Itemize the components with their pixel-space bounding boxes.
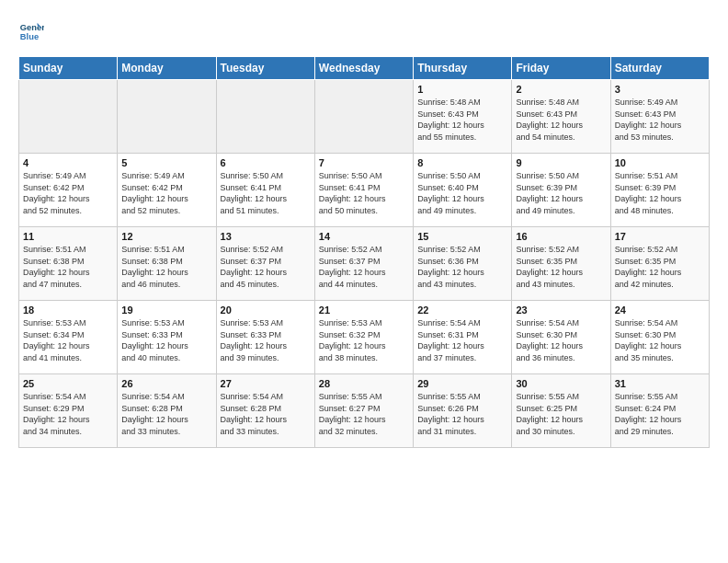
day-number: 9	[516, 157, 606, 168]
day-number: 11	[23, 231, 113, 242]
calendar-cell	[19, 80, 118, 154]
day-detail: Sunrise: 5:54 AM Sunset: 6:30 PM Dayligh…	[516, 317, 606, 363]
day-number: 25	[23, 378, 113, 389]
calendar-cell: 15Sunrise: 5:52 AM Sunset: 6:36 PM Dayli…	[414, 227, 512, 301]
day-detail: Sunrise: 5:53 AM Sunset: 6:32 PM Dayligh…	[319, 317, 409, 363]
day-number: 18	[23, 304, 113, 316]
weekday-header-sunday: Sunday	[19, 57, 118, 80]
day-number: 3	[615, 84, 705, 95]
day-detail: Sunrise: 5:49 AM Sunset: 6:42 PM Dayligh…	[23, 170, 113, 216]
day-number: 19	[121, 304, 211, 316]
day-number: 30	[516, 378, 606, 389]
calendar-cell: 4Sunrise: 5:49 AM Sunset: 6:42 PM Daylig…	[19, 154, 118, 227]
day-number: 20	[221, 304, 311, 316]
day-number: 7	[319, 157, 409, 168]
day-number: 31	[615, 378, 705, 389]
day-detail: Sunrise: 5:55 AM Sunset: 6:25 PM Dayligh…	[516, 391, 606, 437]
calendar-cell: 8Sunrise: 5:50 AM Sunset: 6:40 PM Daylig…	[414, 154, 512, 227]
calendar-cell: 27Sunrise: 5:54 AM Sunset: 6:28 PM Dayli…	[216, 374, 314, 448]
day-detail: Sunrise: 5:50 AM Sunset: 6:41 PM Dayligh…	[319, 170, 409, 216]
day-detail: Sunrise: 5:50 AM Sunset: 6:41 PM Dayligh…	[221, 170, 311, 216]
day-number: 4	[23, 157, 113, 168]
weekday-header-saturday: Saturday	[610, 57, 709, 80]
weekday-header-row: SundayMondayTuesdayWednesdayThursdayFrid…	[19, 57, 710, 80]
weekday-header-tuesday: Tuesday	[216, 57, 314, 80]
calendar-cell: 3Sunrise: 5:49 AM Sunset: 6:43 PM Daylig…	[610, 80, 709, 154]
day-detail: Sunrise: 5:55 AM Sunset: 6:24 PM Dayligh…	[615, 391, 705, 437]
calendar-week-row: 4Sunrise: 5:49 AM Sunset: 6:42 PM Daylig…	[19, 154, 710, 227]
day-number: 26	[121, 378, 211, 389]
calendar-cell: 30Sunrise: 5:55 AM Sunset: 6:25 PM Dayli…	[512, 374, 610, 448]
calendar-cell: 10Sunrise: 5:51 AM Sunset: 6:39 PM Dayli…	[610, 154, 709, 227]
calendar-cell: 12Sunrise: 5:51 AM Sunset: 6:38 PM Dayli…	[118, 227, 216, 301]
svg-text:General: General	[20, 23, 44, 32]
day-detail: Sunrise: 5:52 AM Sunset: 6:35 PM Dayligh…	[615, 244, 705, 290]
day-detail: Sunrise: 5:51 AM Sunset: 6:38 PM Dayligh…	[23, 244, 113, 290]
calendar-cell: 25Sunrise: 5:54 AM Sunset: 6:29 PM Dayli…	[19, 374, 118, 448]
day-number: 29	[417, 378, 507, 389]
calendar-cell: 21Sunrise: 5:53 AM Sunset: 6:32 PM Dayli…	[314, 301, 413, 374]
calendar-cell: 16Sunrise: 5:52 AM Sunset: 6:35 PM Dayli…	[512, 227, 610, 301]
calendar-cell: 29Sunrise: 5:55 AM Sunset: 6:26 PM Dayli…	[414, 374, 512, 448]
calendar-cell: 19Sunrise: 5:53 AM Sunset: 6:33 PM Dayli…	[118, 301, 216, 374]
day-number: 5	[121, 157, 211, 168]
day-number: 6	[221, 157, 311, 168]
day-detail: Sunrise: 5:55 AM Sunset: 6:26 PM Dayligh…	[417, 391, 507, 437]
day-detail: Sunrise: 5:52 AM Sunset: 6:36 PM Dayligh…	[417, 244, 507, 290]
day-detail: Sunrise: 5:53 AM Sunset: 6:33 PM Dayligh…	[221, 317, 311, 363]
day-number: 22	[417, 304, 507, 316]
calendar-cell: 17Sunrise: 5:52 AM Sunset: 6:35 PM Dayli…	[610, 227, 709, 301]
day-detail: Sunrise: 5:48 AM Sunset: 6:43 PM Dayligh…	[516, 97, 606, 143]
calendar-cell: 18Sunrise: 5:53 AM Sunset: 6:34 PM Dayli…	[19, 301, 118, 374]
calendar-week-row: 1Sunrise: 5:48 AM Sunset: 6:43 PM Daylig…	[19, 80, 710, 154]
day-number: 2	[516, 84, 606, 95]
day-number: 8	[417, 157, 507, 168]
calendar-cell: 6Sunrise: 5:50 AM Sunset: 6:41 PM Daylig…	[216, 154, 314, 227]
day-detail: Sunrise: 5:54 AM Sunset: 6:31 PM Dayligh…	[417, 317, 507, 363]
page-header: General Blue	[18, 18, 710, 49]
logo: General Blue	[18, 18, 49, 44]
calendar-week-row: 11Sunrise: 5:51 AM Sunset: 6:38 PM Dayli…	[19, 227, 710, 301]
day-number: 17	[615, 231, 705, 242]
calendar-cell: 1Sunrise: 5:48 AM Sunset: 6:43 PM Daylig…	[414, 80, 512, 154]
day-detail: Sunrise: 5:54 AM Sunset: 6:29 PM Dayligh…	[23, 391, 113, 437]
calendar-cell: 14Sunrise: 5:52 AM Sunset: 6:37 PM Dayli…	[314, 227, 413, 301]
calendar-cell: 9Sunrise: 5:50 AM Sunset: 6:39 PM Daylig…	[512, 154, 610, 227]
calendar-cell: 24Sunrise: 5:54 AM Sunset: 6:30 PM Dayli…	[610, 301, 709, 374]
day-number: 23	[516, 304, 606, 316]
calendar-cell	[118, 80, 216, 154]
day-number: 21	[319, 304, 409, 316]
calendar-cell: 31Sunrise: 5:55 AM Sunset: 6:24 PM Dayli…	[610, 374, 709, 448]
calendar-cell: 13Sunrise: 5:52 AM Sunset: 6:37 PM Dayli…	[216, 227, 314, 301]
day-detail: Sunrise: 5:53 AM Sunset: 6:33 PM Dayligh…	[121, 317, 211, 363]
day-number: 28	[319, 378, 409, 389]
calendar-week-row: 25Sunrise: 5:54 AM Sunset: 6:29 PM Dayli…	[19, 374, 710, 448]
calendar-cell: 20Sunrise: 5:53 AM Sunset: 6:33 PM Dayli…	[216, 301, 314, 374]
day-detail: Sunrise: 5:51 AM Sunset: 6:38 PM Dayligh…	[121, 244, 211, 290]
calendar-cell: 23Sunrise: 5:54 AM Sunset: 6:30 PM Dayli…	[512, 301, 610, 374]
calendar-cell: 28Sunrise: 5:55 AM Sunset: 6:27 PM Dayli…	[314, 374, 413, 448]
calendar-cell: 5Sunrise: 5:49 AM Sunset: 6:42 PM Daylig…	[118, 154, 216, 227]
day-detail: Sunrise: 5:54 AM Sunset: 6:28 PM Dayligh…	[221, 391, 311, 437]
day-number: 15	[417, 231, 507, 242]
day-detail: Sunrise: 5:48 AM Sunset: 6:43 PM Dayligh…	[417, 97, 507, 143]
calendar-week-row: 18Sunrise: 5:53 AM Sunset: 6:34 PM Dayli…	[19, 301, 710, 374]
calendar-cell: 11Sunrise: 5:51 AM Sunset: 6:38 PM Dayli…	[19, 227, 118, 301]
day-detail: Sunrise: 5:51 AM Sunset: 6:39 PM Dayligh…	[615, 170, 705, 216]
day-number: 14	[319, 231, 409, 242]
day-detail: Sunrise: 5:49 AM Sunset: 6:43 PM Dayligh…	[615, 97, 705, 143]
logo-icon: General Blue	[18, 18, 44, 44]
day-detail: Sunrise: 5:53 AM Sunset: 6:34 PM Dayligh…	[23, 317, 113, 363]
calendar-cell: 7Sunrise: 5:50 AM Sunset: 6:41 PM Daylig…	[314, 154, 413, 227]
day-number: 27	[221, 378, 311, 389]
day-number: 10	[615, 157, 705, 168]
weekday-header-monday: Monday	[118, 57, 216, 80]
calendar-cell: 22Sunrise: 5:54 AM Sunset: 6:31 PM Dayli…	[414, 301, 512, 374]
weekday-header-wednesday: Wednesday	[314, 57, 413, 80]
day-detail: Sunrise: 5:55 AM Sunset: 6:27 PM Dayligh…	[319, 391, 409, 437]
day-detail: Sunrise: 5:54 AM Sunset: 6:28 PM Dayligh…	[121, 391, 211, 437]
weekday-header-thursday: Thursday	[414, 57, 512, 80]
day-detail: Sunrise: 5:49 AM Sunset: 6:42 PM Dayligh…	[121, 170, 211, 216]
calendar-table: SundayMondayTuesdayWednesdayThursdayFrid…	[18, 56, 710, 448]
day-detail: Sunrise: 5:50 AM Sunset: 6:40 PM Dayligh…	[417, 170, 507, 216]
